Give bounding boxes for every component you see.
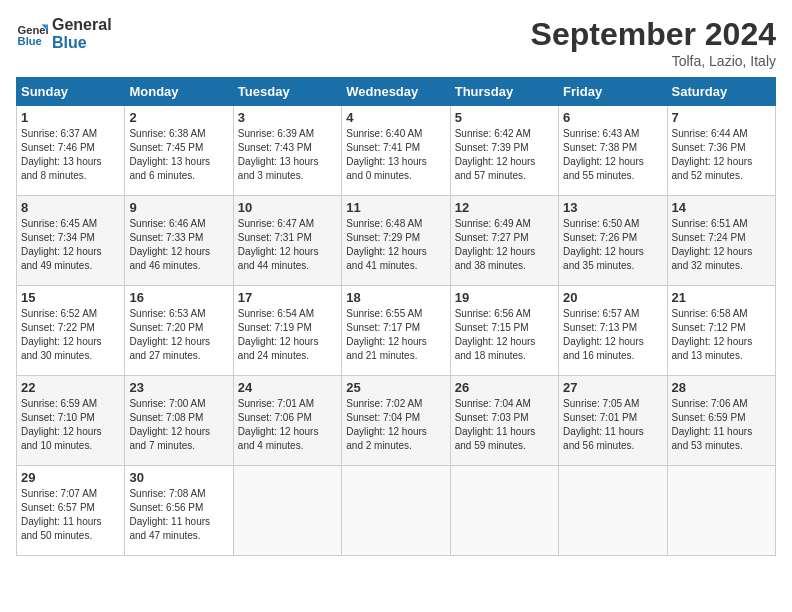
header-row: SundayMondayTuesdayWednesdayThursdayFrid…	[17, 78, 776, 106]
day-number: 4	[346, 110, 445, 125]
day-cell: 26Sunrise: 7:04 AM Sunset: 7:03 PM Dayli…	[450, 376, 558, 466]
day-cell: 3Sunrise: 6:39 AM Sunset: 7:43 PM Daylig…	[233, 106, 341, 196]
week-row-3: 15Sunrise: 6:52 AM Sunset: 7:22 PM Dayli…	[17, 286, 776, 376]
day-cell: 18Sunrise: 6:55 AM Sunset: 7:17 PM Dayli…	[342, 286, 450, 376]
day-cell: 14Sunrise: 6:51 AM Sunset: 7:24 PM Dayli…	[667, 196, 775, 286]
day-info: Sunrise: 6:40 AM Sunset: 7:41 PM Dayligh…	[346, 127, 445, 183]
logo: General Blue General Blue	[16, 16, 112, 51]
day-info: Sunrise: 6:48 AM Sunset: 7:29 PM Dayligh…	[346, 217, 445, 273]
day-cell: 16Sunrise: 6:53 AM Sunset: 7:20 PM Dayli…	[125, 286, 233, 376]
col-header-wednesday: Wednesday	[342, 78, 450, 106]
day-info: Sunrise: 6:42 AM Sunset: 7:39 PM Dayligh…	[455, 127, 554, 183]
day-number: 22	[21, 380, 120, 395]
calendar-body: 1Sunrise: 6:37 AM Sunset: 7:46 PM Daylig…	[17, 106, 776, 556]
day-number: 11	[346, 200, 445, 215]
day-number: 20	[563, 290, 662, 305]
day-number: 19	[455, 290, 554, 305]
day-info: Sunrise: 6:49 AM Sunset: 7:27 PM Dayligh…	[455, 217, 554, 273]
day-info: Sunrise: 6:57 AM Sunset: 7:13 PM Dayligh…	[563, 307, 662, 363]
location-subtitle: Tolfa, Lazio, Italy	[531, 53, 776, 69]
day-info: Sunrise: 6:39 AM Sunset: 7:43 PM Dayligh…	[238, 127, 337, 183]
svg-text:Blue: Blue	[18, 35, 42, 47]
col-header-thursday: Thursday	[450, 78, 558, 106]
day-number: 6	[563, 110, 662, 125]
day-cell: 10Sunrise: 6:47 AM Sunset: 7:31 PM Dayli…	[233, 196, 341, 286]
day-number: 14	[672, 200, 771, 215]
day-cell: 27Sunrise: 7:05 AM Sunset: 7:01 PM Dayli…	[559, 376, 667, 466]
day-info: Sunrise: 7:00 AM Sunset: 7:08 PM Dayligh…	[129, 397, 228, 453]
day-cell: 20Sunrise: 6:57 AM Sunset: 7:13 PM Dayli…	[559, 286, 667, 376]
day-cell: 2Sunrise: 6:38 AM Sunset: 7:45 PM Daylig…	[125, 106, 233, 196]
day-info: Sunrise: 6:46 AM Sunset: 7:33 PM Dayligh…	[129, 217, 228, 273]
day-number: 8	[21, 200, 120, 215]
day-cell	[342, 466, 450, 556]
day-cell: 7Sunrise: 6:44 AM Sunset: 7:36 PM Daylig…	[667, 106, 775, 196]
day-cell	[667, 466, 775, 556]
day-cell: 24Sunrise: 7:01 AM Sunset: 7:06 PM Dayli…	[233, 376, 341, 466]
day-number: 30	[129, 470, 228, 485]
day-number: 5	[455, 110, 554, 125]
title-block: September 2024 Tolfa, Lazio, Italy	[531, 16, 776, 69]
day-cell: 29Sunrise: 7:07 AM Sunset: 6:57 PM Dayli…	[17, 466, 125, 556]
day-number: 13	[563, 200, 662, 215]
day-info: Sunrise: 7:05 AM Sunset: 7:01 PM Dayligh…	[563, 397, 662, 453]
day-number: 16	[129, 290, 228, 305]
day-info: Sunrise: 6:53 AM Sunset: 7:20 PM Dayligh…	[129, 307, 228, 363]
day-number: 24	[238, 380, 337, 395]
day-number: 28	[672, 380, 771, 395]
day-number: 15	[21, 290, 120, 305]
day-info: Sunrise: 6:54 AM Sunset: 7:19 PM Dayligh…	[238, 307, 337, 363]
day-number: 18	[346, 290, 445, 305]
week-row-2: 8Sunrise: 6:45 AM Sunset: 7:34 PM Daylig…	[17, 196, 776, 286]
day-cell: 25Sunrise: 7:02 AM Sunset: 7:04 PM Dayli…	[342, 376, 450, 466]
day-cell: 5Sunrise: 6:42 AM Sunset: 7:39 PM Daylig…	[450, 106, 558, 196]
day-cell: 30Sunrise: 7:08 AM Sunset: 6:56 PM Dayli…	[125, 466, 233, 556]
day-info: Sunrise: 6:45 AM Sunset: 7:34 PM Dayligh…	[21, 217, 120, 273]
day-info: Sunrise: 6:50 AM Sunset: 7:26 PM Dayligh…	[563, 217, 662, 273]
day-cell: 19Sunrise: 6:56 AM Sunset: 7:15 PM Dayli…	[450, 286, 558, 376]
day-info: Sunrise: 6:56 AM Sunset: 7:15 PM Dayligh…	[455, 307, 554, 363]
day-number: 3	[238, 110, 337, 125]
day-number: 29	[21, 470, 120, 485]
day-number: 9	[129, 200, 228, 215]
day-info: Sunrise: 6:58 AM Sunset: 7:12 PM Dayligh…	[672, 307, 771, 363]
day-info: Sunrise: 6:38 AM Sunset: 7:45 PM Dayligh…	[129, 127, 228, 183]
day-cell: 23Sunrise: 7:00 AM Sunset: 7:08 PM Dayli…	[125, 376, 233, 466]
day-info: Sunrise: 7:04 AM Sunset: 7:03 PM Dayligh…	[455, 397, 554, 453]
day-cell: 8Sunrise: 6:45 AM Sunset: 7:34 PM Daylig…	[17, 196, 125, 286]
day-number: 12	[455, 200, 554, 215]
day-info: Sunrise: 6:52 AM Sunset: 7:22 PM Dayligh…	[21, 307, 120, 363]
day-info: Sunrise: 6:44 AM Sunset: 7:36 PM Dayligh…	[672, 127, 771, 183]
day-cell	[450, 466, 558, 556]
day-cell: 4Sunrise: 6:40 AM Sunset: 7:41 PM Daylig…	[342, 106, 450, 196]
day-cell: 9Sunrise: 6:46 AM Sunset: 7:33 PM Daylig…	[125, 196, 233, 286]
day-info: Sunrise: 6:47 AM Sunset: 7:31 PM Dayligh…	[238, 217, 337, 273]
day-cell: 1Sunrise: 6:37 AM Sunset: 7:46 PM Daylig…	[17, 106, 125, 196]
day-number: 26	[455, 380, 554, 395]
day-info: Sunrise: 6:55 AM Sunset: 7:17 PM Dayligh…	[346, 307, 445, 363]
day-number: 23	[129, 380, 228, 395]
col-header-tuesday: Tuesday	[233, 78, 341, 106]
week-row-4: 22Sunrise: 6:59 AM Sunset: 7:10 PM Dayli…	[17, 376, 776, 466]
day-cell: 22Sunrise: 6:59 AM Sunset: 7:10 PM Dayli…	[17, 376, 125, 466]
day-cell: 21Sunrise: 6:58 AM Sunset: 7:12 PM Dayli…	[667, 286, 775, 376]
logo-icon: General Blue	[16, 18, 48, 50]
calendar-header: SundayMondayTuesdayWednesdayThursdayFrid…	[17, 78, 776, 106]
day-cell	[233, 466, 341, 556]
day-number: 17	[238, 290, 337, 305]
col-header-friday: Friday	[559, 78, 667, 106]
day-number: 1	[21, 110, 120, 125]
week-row-1: 1Sunrise: 6:37 AM Sunset: 7:46 PM Daylig…	[17, 106, 776, 196]
day-info: Sunrise: 6:59 AM Sunset: 7:10 PM Dayligh…	[21, 397, 120, 453]
logo-blue: Blue	[52, 34, 112, 52]
day-number: 25	[346, 380, 445, 395]
day-cell: 28Sunrise: 7:06 AM Sunset: 6:59 PM Dayli…	[667, 376, 775, 466]
day-info: Sunrise: 7:01 AM Sunset: 7:06 PM Dayligh…	[238, 397, 337, 453]
month-title: September 2024	[531, 16, 776, 53]
col-header-saturday: Saturday	[667, 78, 775, 106]
day-info: Sunrise: 7:08 AM Sunset: 6:56 PM Dayligh…	[129, 487, 228, 543]
day-info: Sunrise: 6:51 AM Sunset: 7:24 PM Dayligh…	[672, 217, 771, 273]
day-cell: 13Sunrise: 6:50 AM Sunset: 7:26 PM Dayli…	[559, 196, 667, 286]
day-number: 21	[672, 290, 771, 305]
logo-general: General	[52, 16, 112, 34]
